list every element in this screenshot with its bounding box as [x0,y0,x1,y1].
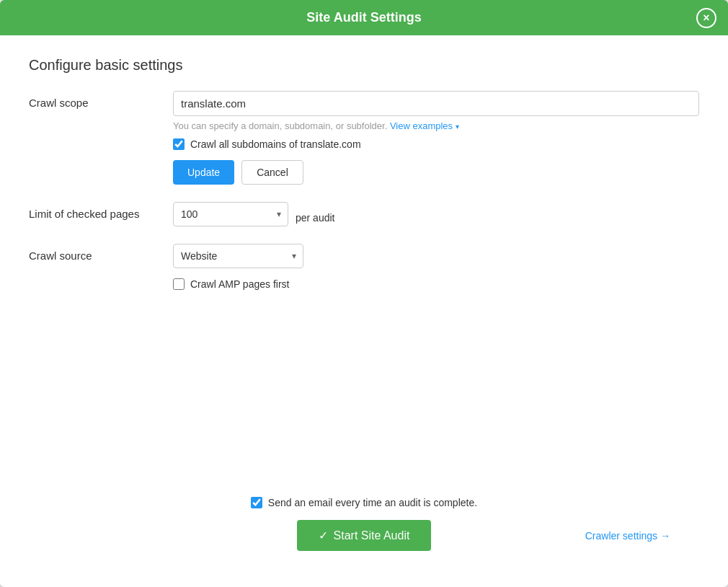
amp-checkbox[interactable] [173,278,185,290]
crawl-source-controls: Website Sitemap Website and Sitemap ▾ Cr… [173,244,699,290]
amp-checkbox-row: Crawl AMP pages first [173,278,699,290]
subdomain-checkbox-label[interactable]: Crawl all subdomains of translate.com [190,138,361,150]
crawl-source-select-wrapper: Website Sitemap Website and Sitemap ▾ [173,244,303,268]
footer-area: Send an email every time an audit is com… [29,497,699,573]
limit-pages-select[interactable]: 100 500 1000 5000 10000 20000 50000 1000… [173,202,288,226]
crawl-scope-buttons: Update Cancel [173,160,699,185]
cancel-button[interactable]: Cancel [241,160,303,185]
crawl-scope-row: Crawl scope You can specify a domain, su… [29,91,699,185]
limit-pages-label: Limit of checked pages [29,202,173,220]
amp-checkbox-label[interactable]: Crawl AMP pages first [190,278,289,290]
crawl-scope-controls: You can specify a domain, subdomain, or … [173,91,699,185]
footer-buttons-row: ✓ Start Site Audit Crawler settings → [29,520,699,551]
domain-input[interactable] [173,91,699,116]
start-audit-button[interactable]: ✓ Start Site Audit [297,520,432,551]
per-audit-text: per audit [296,205,334,224]
limit-pages-controls: 100 500 1000 5000 10000 20000 50000 1000… [173,202,699,226]
modal-content: Configure basic settings Crawl scope You… [0,35,728,587]
hint-text: You can specify a domain, subdomain, or … [173,120,699,131]
email-checkbox-row: Send an email every time an audit is com… [251,497,477,508]
section-title: Configure basic settings [29,57,699,74]
crawl-scope-label: Crawl scope [29,91,173,109]
subdomain-checkbox[interactable] [173,138,185,150]
modal-title: Site Audit Settings [306,10,421,25]
crawl-source-label: Crawl source [29,244,173,262]
subdomain-checkbox-row: Crawl all subdomains of translate.com [173,138,699,150]
view-examples-link[interactable]: View examples ▾ [390,120,459,131]
limit-pages-inline: 100 500 1000 5000 10000 20000 50000 1000… [173,202,699,226]
email-checkbox-label[interactable]: Send an email every time an audit is com… [268,497,477,508]
modal-header: Site Audit Settings × [0,0,728,35]
limit-pages-row: Limit of checked pages 100 500 1000 5000… [29,202,699,226]
limit-pages-select-wrapper: 100 500 1000 5000 10000 20000 50000 1000… [173,202,288,226]
update-button[interactable]: Update [173,160,234,185]
dropdown-arrow-icon: ▾ [456,123,459,131]
checkmark-icon: ✓ [319,529,328,542]
crawl-source-row: Crawl source Website Sitemap Website and… [29,244,699,290]
email-checkbox[interactable] [251,497,262,508]
crawl-source-select[interactable]: Website Sitemap Website and Sitemap [173,244,303,268]
crawler-settings-link[interactable]: Crawler settings → [585,530,670,542]
close-button[interactable]: × [696,8,716,28]
modal-dialog: Site Audit Settings × Configure basic se… [0,0,728,587]
